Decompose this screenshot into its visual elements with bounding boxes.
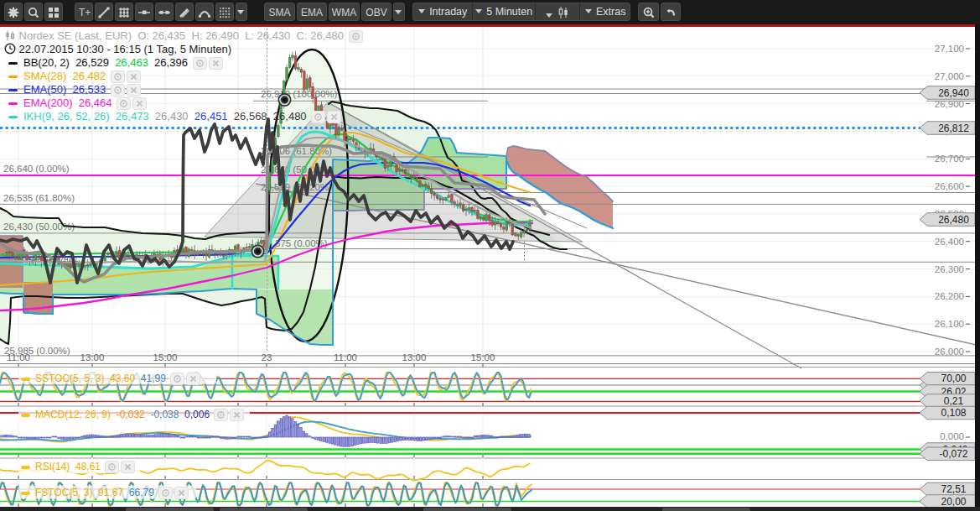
- svg-text:27,000: 27,000: [935, 71, 964, 81]
- svg-text:26,700: 26,700: [935, 154, 964, 164]
- svg-text:26,940: 26,940: [938, 87, 969, 99]
- svg-text:15:00: 15:00: [471, 352, 495, 362]
- svg-text:72,51: 72,51: [941, 483, 966, 495]
- svg-text:13:00: 13:00: [80, 352, 105, 362]
- svg-text:26,200: 26,200: [935, 291, 964, 301]
- svg-text:T+: T+: [79, 7, 91, 18]
- svg-text:27,100: 27,100: [935, 44, 964, 54]
- svg-text:20,00: 20,00: [941, 496, 966, 508]
- svg-text:0,21: 0,21: [944, 395, 964, 407]
- svg-text:26,400: 26,400: [935, 237, 964, 247]
- svg-text:11:00: 11:00: [334, 352, 357, 362]
- svg-text:0,000: 0,000: [940, 431, 964, 441]
- svg-text:23: 23: [262, 352, 272, 362]
- svg-text:26,600: 26,600: [935, 181, 964, 191]
- svg-text:26,910 (100.00%): 26,910 (100.00%): [261, 89, 338, 99]
- svg-text:26,100: 26,100: [935, 319, 964, 329]
- svg-text:-0,072: -0,072: [939, 448, 967, 460]
- svg-text:15:00: 15:00: [153, 352, 178, 362]
- svg-text:26,535 (61.80%): 26,535 (61.80%): [3, 193, 75, 203]
- svg-text:70,00: 70,00: [941, 373, 966, 384]
- svg-text:26,000: 26,000: [935, 347, 964, 357]
- svg-text:0,108: 0,108: [941, 407, 966, 419]
- svg-text:11:00: 11:00: [7, 352, 30, 362]
- svg-text:26,640 (0.00%): 26,640 (0.00%): [3, 164, 70, 174]
- svg-text:13:00: 13:00: [402, 352, 427, 362]
- svg-text:26,900: 26,900: [935, 99, 964, 109]
- svg-text:26,480: 26,480: [938, 214, 969, 226]
- svg-text:26,812: 26,812: [938, 123, 969, 134]
- svg-text:26,300: 26,300: [935, 264, 964, 274]
